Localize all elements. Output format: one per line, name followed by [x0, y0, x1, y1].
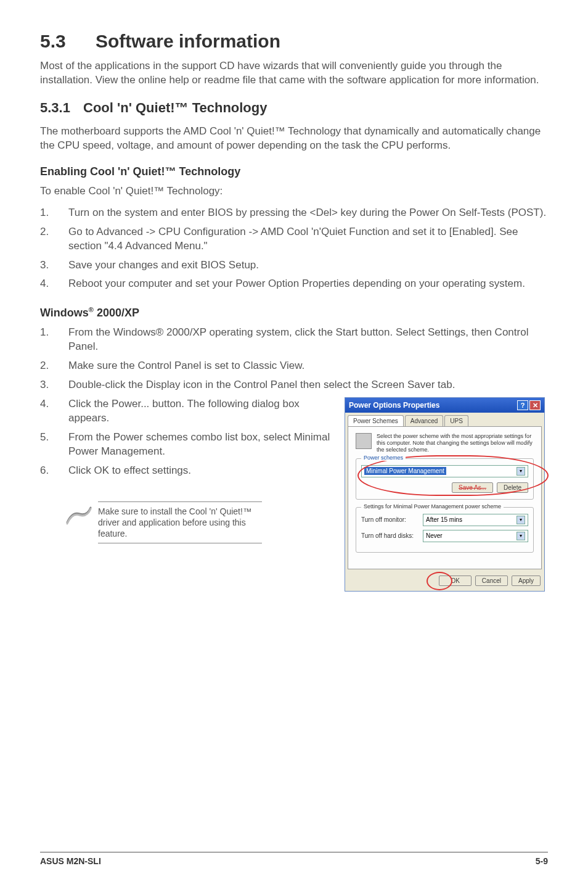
win-prefix: Windows [40, 307, 89, 319]
step-item: Double-click the Display icon in the Con… [40, 378, 548, 392]
step-item: Reboot your computer and set your Power … [40, 277, 548, 291]
tab-ups[interactable]: UPS [444, 415, 468, 426]
apply-button[interactable]: Apply [512, 576, 541, 586]
win-suffix: 2000/XP [94, 307, 139, 319]
battery-icon [356, 433, 372, 449]
subsection-desc: The motherboard supports the AMD Cool 'n… [40, 125, 548, 153]
enabling-heading: Enabling Cool 'n' Quiet!™ Technology [40, 165, 548, 178]
enabling-lead: To enable Cool 'n' Quiet!™ Technology: [40, 184, 548, 199]
step-item: Turn on the system and enter BIOS by pre… [40, 206, 548, 220]
dialog-titlebar[interactable]: Power Options Properties ? ✕ [345, 398, 544, 413]
power-scheme-combo[interactable]: Minimal Power Management ▾ [361, 465, 528, 477]
settings-fieldset: Settings for Minimal Power Management po… [356, 507, 534, 553]
disks-combo[interactable]: Never ▾ [423, 530, 528, 542]
section-number: 5.3 [40, 31, 96, 52]
ok-button[interactable]: OK [439, 576, 471, 586]
step-item: Click the Power... button. The following… [40, 397, 338, 426]
registered-mark: ® [89, 306, 94, 313]
step-item: Save your changes and exit BIOS Setup. [40, 258, 548, 273]
tab-advanced[interactable]: Advanced [405, 415, 443, 426]
intro-paragraph: Most of the applications in the support … [40, 59, 548, 88]
dialog-title: Power Options Properties [349, 401, 439, 410]
step-item: Make sure the Control Panel is set to Cl… [40, 359, 548, 373]
monitor-value: After 15 mins [426, 516, 462, 523]
dialog-tabs: Power Schemes Advanced UPS [345, 413, 544, 426]
help-icon[interactable]: ? [517, 400, 528, 410]
section-title: Software information [96, 31, 280, 51]
subsection-heading: 5.3.1Cool 'n' Quiet!™ Technology [40, 100, 548, 116]
step-item: From the Windows® 2000/XP operating syst… [40, 326, 548, 354]
steps-list-2b: Click the Power... button. The following… [40, 397, 338, 478]
power-schemes-fieldset: Power schemes Minimal Power Management ▾… [356, 458, 534, 500]
schemes-legend: Power schemes [361, 455, 406, 461]
chevron-down-icon[interactable]: ▾ [517, 467, 525, 476]
footer-page: 5-9 [536, 856, 548, 866]
power-options-dialog: Power Options Properties ? ✕ Power Schem… [345, 397, 545, 591]
dialog-button-row: OK Cancel Apply [345, 572, 544, 591]
dialog-desc: Select the power scheme with the most ap… [377, 433, 534, 453]
note-text: Make sure to install the Cool 'n' Quiet!… [98, 501, 262, 544]
subsection-title: Cool 'n' Quiet!™ Technology [83, 100, 267, 115]
disks-value: Never [426, 532, 443, 539]
save-as-button[interactable]: Save As... [452, 482, 493, 493]
steps-list-2: From the Windows® 2000/XP operating syst… [40, 326, 548, 392]
note-icon [65, 504, 93, 526]
dialog-panel: Select the power scheme with the most ap… [348, 426, 542, 569]
note-box: Make sure to install the Cool 'n' Quiet!… [65, 501, 262, 544]
step-item: Click OK to effect settings. [40, 464, 338, 478]
close-icon[interactable]: ✕ [529, 400, 541, 410]
scheme-value: Minimal Power Management [364, 467, 446, 475]
footer-product: ASUS M2N-SLI [40, 856, 101, 866]
windows-heading: Windows® 2000/XP [40, 306, 548, 320]
section-heading: 5.3Software information [40, 31, 548, 52]
monitor-label: Turn off monitor: [361, 516, 423, 523]
tab-power-schemes[interactable]: Power Schemes [348, 415, 404, 426]
chevron-down-icon[interactable]: ▾ [517, 532, 525, 540]
step-item: From the Power schemes combo list box, s… [40, 431, 338, 459]
monitor-combo[interactable]: After 15 mins ▾ [423, 514, 528, 526]
steps-list-1: Turn on the system and enter BIOS by pre… [40, 206, 548, 292]
cancel-button[interactable]: Cancel [475, 576, 508, 586]
chevron-down-icon[interactable]: ▾ [517, 516, 525, 524]
settings-legend: Settings for Minimal Power Management po… [361, 503, 504, 510]
subsection-number: 5.3.1 [40, 100, 83, 116]
delete-button[interactable]: Delete [497, 482, 528, 493]
disks-label: Turn off hard disks: [361, 532, 423, 539]
step-item: Go to Advanced -> CPU Configuration -> A… [40, 225, 548, 254]
page-footer: ASUS M2N-SLI 5-9 [40, 852, 548, 866]
